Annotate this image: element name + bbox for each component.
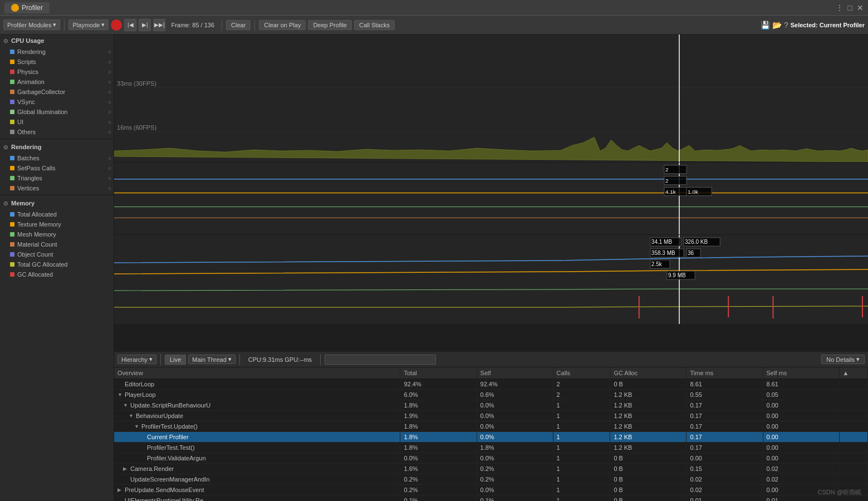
cell-value: 1.2 KB — [610, 411, 686, 421]
deep-profile-button[interactable]: Deep Profile — [308, 20, 352, 30]
main-thread-dropdown[interactable]: Main Thread ▾ — [188, 355, 236, 364]
table-row[interactable]: UIElementsRuntimeUtility.Re0.1%0.1%10 B0… — [114, 495, 868, 502]
table-row[interactable]: ▼PlayerLoop6.0%0.6%21.2 KB0.550.05 — [114, 390, 868, 400]
expand-arrow-icon[interactable]: ▼ — [117, 392, 123, 397]
col-calls[interactable]: Calls — [553, 367, 610, 379]
clear-on-play-button[interactable]: Clear on Play — [259, 20, 306, 30]
col-self[interactable]: Self — [477, 367, 553, 379]
charts-section[interactable]: 33ms (30FPS) 16ms (60FPS) 0.09ms 0.08ms — [114, 35, 868, 352]
col-total[interactable]: Total — [400, 367, 477, 379]
memory-chart-panel[interactable]: 34.1 MB 326.0 KB 358.3 MB 36 2.5k 9.9 MB — [114, 235, 868, 324]
cell-sort-indicator — [839, 453, 867, 464]
sidebar-item-physics[interactable]: Physics ≡ — [0, 67, 114, 77]
memory-items: Total Allocated Texture Memory Mesh Memo… — [0, 209, 114, 279]
more-options-btn[interactable]: ⋮ — [836, 3, 844, 12]
sidebar-item-total-allocated[interactable]: Total Allocated — [0, 209, 114, 219]
expand-arrow-icon[interactable]: ▼ — [129, 413, 134, 419]
expand-arrow-icon[interactable]: ▶ — [123, 466, 129, 471]
sidebar-item-rendering[interactable]: Rendering ≡ — [0, 47, 114, 57]
col-gc-alloc[interactable]: GC Alloc — [610, 367, 686, 379]
sidebar-item-gi[interactable]: Global Illumination ≡ — [0, 107, 114, 117]
save-icon[interactable]: 💾 — [761, 21, 770, 30]
table-row[interactable]: ProfilerTest.Test()1.8%1.8%11.2 KB0.170.… — [114, 443, 868, 453]
rendering-items: Batches ≡ SetPass Calls ≡ Triangles ≡ Ve… — [0, 153, 114, 193]
sidebar-item-mesh-memory[interactable]: Mesh Memory — [0, 229, 114, 239]
drag-handle-scripts: ≡ — [108, 59, 111, 65]
sidebar-item-setpass[interactable]: SetPass Calls ≡ — [0, 163, 114, 173]
cell-value: 1 — [553, 411, 610, 421]
expand-arrow-icon[interactable]: ▶ — [117, 487, 123, 493]
sidebar-item-triangles[interactable]: Triangles ≡ — [0, 173, 114, 183]
sidebar-item-ui[interactable]: UI ≡ — [0, 117, 114, 127]
col-self-ms[interactable]: Self ms — [763, 367, 839, 379]
sidebar-item-scripts[interactable]: Scripts ≡ — [0, 57, 114, 67]
help-icon[interactable]: ? — [784, 21, 788, 30]
expand-arrow-icon[interactable]: ▼ — [123, 402, 129, 408]
cell-value: 0.05 — [763, 390, 839, 400]
table-row[interactable]: ▶Camera.Render1.6%0.2%10 B0.150.02 — [114, 464, 868, 474]
sidebar-item-gc-allocated[interactable]: GC Allocated — [0, 269, 114, 279]
cpu-section-header[interactable]: ⊙ CPU Usage — [0, 35, 114, 47]
no-details-dropdown[interactable]: No Details ▾ — [821, 355, 865, 364]
cell-name: ▼Update.ScriptRunBehaviourU — [114, 400, 400, 411]
sidebar-item-total-gc[interactable]: Total GC Allocated — [0, 259, 114, 269]
col-sort[interactable]: ▲ — [839, 367, 867, 379]
maximize-btn[interactable]: □ — [848, 3, 852, 12]
sidebar: ⊙ CPU Usage Rendering ≡ Scripts ≡ Physic… — [0, 35, 114, 501]
live-button[interactable]: Live — [165, 355, 186, 365]
cell-value: 1 — [553, 400, 610, 411]
table-row[interactable]: Profiler.ValidateArgun0.0%0.0%10 B0.000.… — [114, 453, 868, 464]
rendering-section-header[interactable]: ⊙ Rendering — [0, 141, 114, 153]
svg-text:16ms (60FPS): 16ms (60FPS) — [117, 124, 156, 131]
call-stacks-button[interactable]: Call Stacks — [354, 20, 395, 30]
toolbar-right: 💾 📂 ? Selected: Current Profiler — [761, 21, 865, 30]
cell-sort-indicator — [839, 432, 867, 443]
cell-value: 0.0% — [477, 485, 553, 495]
sidebar-item-texture-memory[interactable]: Texture Memory — [0, 219, 114, 229]
svg-text:358.3 MB: 358.3 MB — [651, 250, 675, 256]
sidebar-item-object-count[interactable]: Object Count — [0, 249, 114, 259]
modules-chevron-icon: ▾ — [53, 21, 56, 28]
sidebar-item-gc[interactable]: GarbageCollector ≡ — [0, 87, 114, 97]
hierarchy-dropdown[interactable]: Hierarchy ▾ — [117, 355, 156, 364]
next-frame-btn[interactable]: ▶| — [139, 19, 151, 31]
profiler-modules-dropdown[interactable]: Profiler Modules ▾ — [3, 19, 60, 30]
table-row[interactable]: ▼Update.ScriptRunBehaviourU1.8%0.0%11.2 … — [114, 400, 868, 411]
sidebar-item-others[interactable]: Others ≡ — [0, 127, 114, 137]
profiler-tab[interactable]: Profiler — [4, 2, 50, 13]
drag-handle-gi: ≡ — [108, 109, 111, 115]
svg-rect-0 — [114, 35, 868, 162]
sidebar-item-material-count[interactable]: Material Count — [0, 239, 114, 249]
table-row[interactable]: ▶PreUpdate.SendMouseEvent0.2%0.0%10 B0.0… — [114, 485, 868, 495]
svg-rect-9 — [114, 163, 868, 234]
record-button[interactable] — [111, 19, 122, 31]
sidebar-item-animation[interactable]: Animation ≡ — [0, 77, 114, 87]
table-row[interactable]: ▼BehaviourUpdate1.9%0.0%11.2 KB0.170.00 — [114, 411, 868, 421]
last-frame-btn[interactable]: ▶▶| — [153, 19, 165, 31]
expand-arrow-icon[interactable]: ▼ — [134, 424, 140, 429]
table-row[interactable]: UpdateScreenManagerAndIn0.2%0.2%10 B0.02… — [114, 474, 868, 485]
prev-frame-btn[interactable]: |◀ — [124, 19, 136, 31]
clear-button[interactable]: Clear — [226, 20, 251, 30]
col-overview[interactable]: Overview — [114, 367, 400, 379]
table-row[interactable]: ▼ProfilerTest.Update()1.8%0.0%11.2 KB0.1… — [114, 421, 868, 432]
rendering-chart-panel[interactable]: 2 2 4.1k 1.0k — [114, 163, 868, 235]
cell-value: 1.2 KB — [610, 400, 686, 411]
col-time-ms[interactable]: Time ms — [686, 367, 763, 379]
tab-label: Profiler — [22, 4, 43, 12]
table-container[interactable]: Overview Total Self Calls GC Alloc Time … — [114, 367, 868, 501]
memory-section-header[interactable]: ⊙ Memory — [0, 197, 114, 209]
drag-handle-animation: ≡ — [108, 79, 111, 85]
sidebar-item-batches[interactable]: Batches ≡ — [0, 153, 114, 163]
sidebar-item-vsync[interactable]: VSync ≡ — [0, 97, 114, 107]
table-row[interactable]: EditorLoop92.4%92.4%20 B8.618.61 — [114, 379, 868, 390]
table-row[interactable]: Current Profiler1.8%0.0%11.2 KB0.170.00 — [114, 432, 868, 443]
cell-value: 1 — [553, 495, 610, 502]
close-btn[interactable]: ✕ — [857, 3, 864, 12]
load-icon[interactable]: 📂 — [772, 21, 782, 30]
sidebar-item-vertices[interactable]: Vertices ≡ — [0, 183, 114, 193]
search-input[interactable] — [325, 355, 436, 365]
cpu-chart-panel[interactable]: 33ms (30FPS) 16ms (60FPS) 0.09ms 0.08ms — [114, 35, 868, 163]
playmode-dropdown[interactable]: Playmode ▾ — [68, 19, 109, 30]
cell-value: 0.0% — [477, 421, 553, 432]
